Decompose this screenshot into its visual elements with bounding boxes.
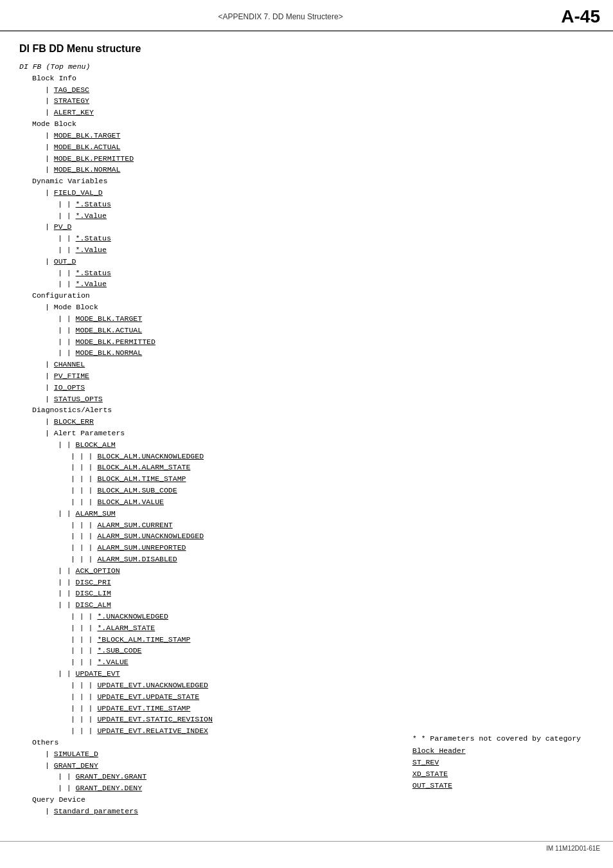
- tree-item: | Mode Block: [45, 302, 594, 313]
- tree-item-label: *BLOCK_ALM.TIME_STAMP: [97, 635, 190, 644]
- tree-item-label: DISC_PRI: [76, 578, 111, 586]
- tree-item: | | | BLOCK_ALM.ALARM_STATE: [71, 462, 594, 473]
- tree-item-label: OUT_D: [54, 257, 76, 266]
- side-note-label: * * Parameters not covered by category: [413, 733, 581, 745]
- tree-item: | IO_OPTS: [45, 382, 594, 393]
- tree-item: | FIELD_VAL_D: [45, 187, 594, 199]
- tree-connector: | |: [58, 348, 76, 357]
- tree-connector: | |: [58, 589, 76, 597]
- tree-connector: | |: [58, 234, 76, 242]
- tree-connector: | | |: [71, 475, 97, 483]
- tree-item-label: ALERT_KEY: [54, 108, 94, 116]
- tree-item: | | *.Value: [58, 210, 594, 222]
- tree-item-label: *.Status: [76, 200, 111, 208]
- tree-item-label: Configuration: [32, 291, 90, 300]
- tree-item-label: DISC_LIM: [76, 589, 111, 597]
- header-title: <APPENDIX 7. DD Menu Structere>: [13, 12, 548, 21]
- tree-item: | | | BLOCK_ALM.UNACKNOWLEDGED: [71, 451, 594, 462]
- tree-connector: | | |: [71, 498, 97, 506]
- tree-item-label: ALARM_SUM: [76, 509, 116, 518]
- tree-connector: | |: [58, 200, 76, 208]
- tree-item: Block Info: [32, 73, 594, 84]
- tree-item: | | | *.UNACKNOWLEDGED: [71, 611, 594, 622]
- tree-connector: |: [45, 143, 54, 151]
- tree-item-label: BLOCK_ALM: [76, 440, 116, 449]
- tree-item: | | DISC_LIM: [58, 588, 594, 599]
- tree-item: | TAG_DESC: [45, 84, 594, 96]
- section-title: DI FB DD Menu structure: [19, 43, 594, 55]
- tree-item: | | BLOCK_ALM: [58, 439, 594, 451]
- tree-item: | | | ALARM_SUM.CURRENT: [71, 520, 594, 531]
- tree-item: | | UPDATE_EVT: [58, 668, 594, 680]
- tree-connector: |: [45, 360, 54, 368]
- tree-item: Query Device: [32, 794, 594, 806]
- page-header: <APPENDIX 7. DD Menu Structere> A-45: [0, 0, 613, 32]
- tree-item-label: BLOCK_ALM.VALUE: [97, 498, 164, 506]
- tree-item: | | | BLOCK_ALM.TIME_STAMP: [71, 473, 594, 485]
- side-note-item: Block Header: [413, 745, 581, 757]
- tree-item-label: *.Status: [76, 234, 111, 242]
- tree-item: | | *.Status: [58, 267, 594, 279]
- tree-item-label: Others: [32, 738, 58, 746]
- tree-item: | PV_D: [45, 221, 594, 233]
- tree-item: | | | UPDATE_EVT.UNACKNOWLEDGED: [71, 680, 594, 691]
- side-note-item: XD_STATE: [413, 768, 581, 780]
- page-number: A-45: [561, 6, 600, 27]
- tree-connector: |: [45, 761, 54, 770]
- tree-connector: | | |: [71, 452, 97, 460]
- tree-item: | OUT_D: [45, 256, 594, 267]
- tree-item: | MODE_BLK.ACTUAL: [45, 141, 594, 153]
- tree-item-label: UPDATE_EVT.STATIC_REVISION: [97, 715, 212, 723]
- tree-connector: | | |: [71, 532, 97, 540]
- tree-item-label: BLOCK_ALM.UNACKNOWLEDGED: [97, 452, 204, 460]
- tree-item: | MODE_BLK.NORMAL: [45, 164, 594, 176]
- footer-text: IM 11M12D01-61E: [546, 845, 600, 852]
- tree-item: | | | *.SUB_CODE: [71, 645, 594, 656]
- tree-item-label: ALARM_SUM.CURRENT: [97, 521, 172, 529]
- tree-item-label: STRATEGY: [54, 96, 89, 105]
- tree-connector: | | |: [71, 727, 97, 735]
- tree-item: | | | UPDATE_EVT.TIME_STAMP: [71, 703, 594, 714]
- tree-item-label: UPDATE_EVT.UPDATE_STATE: [97, 692, 199, 701]
- tree-item-label: CHANNEL: [54, 360, 85, 368]
- tree-connector: |: [45, 131, 54, 140]
- tree-connector: |: [45, 86, 54, 94]
- tree-item: | | *.Value: [58, 278, 594, 290]
- tree-item-label: Block Info: [32, 74, 76, 82]
- tree-connector: | | |: [71, 646, 97, 655]
- tree-connector: |: [45, 188, 54, 197]
- tree-connector: | | |: [71, 715, 97, 723]
- tree-item-label: UPDATE_EVT.UNACKNOWLEDGED: [97, 681, 208, 689]
- tree-item-label: ALARM_SUM.UNREPORTED: [97, 543, 186, 552]
- tree-item-label: MODE_BLK.NORMAL: [54, 165, 121, 174]
- tree-item-label: ALARM_SUM.DISABLED: [97, 555, 177, 563]
- tree-item-label: BLOCK_ALM.SUB_CODE: [97, 486, 177, 494]
- tree-item: | MODE_BLK.PERMITTED: [45, 153, 594, 165]
- tree-item: | | *.Status: [58, 199, 594, 210]
- tree-item-label: UPDATE_EVT.TIME_STAMP: [97, 704, 190, 712]
- tree-item-label: *.SUB_CODE: [97, 646, 141, 655]
- tree-connector: | | |: [71, 612, 97, 620]
- tree-item-label: MODE_BLK.NORMAL: [76, 348, 143, 357]
- tree-item: | | ACK_OPTION: [58, 565, 594, 577]
- tree-connector: | |: [58, 784, 76, 792]
- tree-item-label: FIELD_VAL_D: [54, 188, 103, 197]
- tree-item: | | MODE_BLK.PERMITTED: [58, 336, 594, 348]
- tree-item: | | | UPDATE_EVT.STATIC_REVISION: [71, 714, 594, 725]
- tree-connector: |: [45, 257, 54, 266]
- side-note-container: * * Parameters not covered by category B…: [413, 733, 581, 791]
- tree-item: | MODE_BLK.TARGET: [45, 130, 594, 141]
- tree-connector: |: [45, 750, 54, 758]
- tree-item: Configuration: [32, 290, 594, 302]
- tree-item-label: Mode Block: [54, 303, 98, 311]
- tree-connector: | |: [58, 246, 76, 254]
- tree-connector: | |: [58, 566, 76, 575]
- tree-item: | CHANNEL: [45, 359, 594, 370]
- tree-item: | | | *BLOCK_ALM.TIME_STAMP: [71, 634, 594, 646]
- tree-item: | | | *.VALUE: [71, 656, 594, 668]
- tree-connector: |: [45, 108, 54, 116]
- tree-item-label: DI FB (Top menu): [19, 62, 90, 71]
- tree-connector: | | |: [71, 486, 97, 494]
- tree-item: | | | ALARM_SUM.UNREPORTED: [71, 542, 594, 554]
- tree-item: | | | ALARM_SUM.UNACKNOWLEDGED: [71, 530, 594, 542]
